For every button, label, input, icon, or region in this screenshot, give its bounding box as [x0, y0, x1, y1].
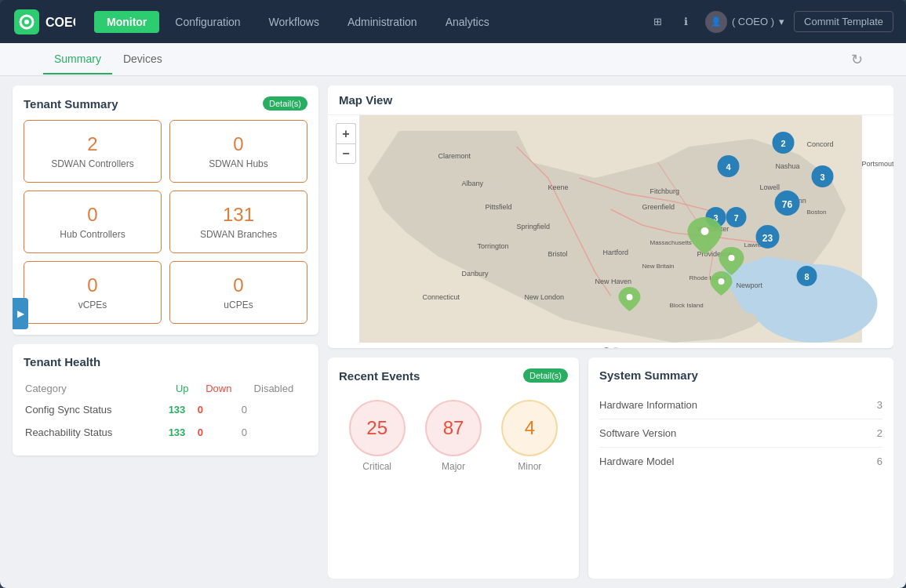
- nav-configuration[interactable]: Configuration: [162, 11, 253, 33]
- minor-value: 4: [525, 417, 535, 439]
- tab-summary[interactable]: Summary: [43, 45, 112, 74]
- major-label: Major: [442, 461, 465, 472]
- svg-text:Claremont: Claremont: [438, 152, 471, 160]
- sdwan-branches-label: SDWAN Branches: [200, 229, 277, 240]
- events-detail[interactable]: Detail(s): [523, 368, 568, 383]
- tenant-summary-header: Tenant Summary Detail(s): [24, 96, 307, 111]
- svg-text:Danbury: Danbury: [462, 270, 489, 278]
- sidebar-toggle[interactable]: ▶: [13, 298, 28, 329]
- svg-text:Boston: Boston: [807, 209, 827, 216]
- nav-workflows[interactable]: Workflows: [257, 11, 332, 33]
- map-svg: Franklin Claremont Concord Albany Nashua…: [328, 115, 893, 343]
- nav-analytics[interactable]: Analytics: [433, 11, 502, 33]
- info-icon[interactable]: ℹ: [677, 13, 696, 31]
- events-title: Recent Events: [339, 369, 420, 383]
- major-value: 87: [443, 417, 464, 439]
- system-summary-header: System Summary: [599, 368, 882, 382]
- subnav: Summary Devices ↻: [0, 43, 906, 76]
- sdwan-branches-value: 131: [223, 204, 254, 226]
- svg-text:Block Island: Block Island: [670, 302, 704, 309]
- svg-text:Nashua: Nashua: [776, 162, 800, 170]
- minor-label: Minor: [518, 461, 541, 472]
- pagination-dot-2[interactable]: [613, 347, 619, 348]
- grid-icon[interactable]: ⊞: [649, 13, 668, 31]
- hardware-model-count: 6: [877, 456, 882, 467]
- zoom-out-button[interactable]: −: [336, 143, 356, 164]
- svg-text:3: 3: [820, 172, 824, 182]
- refresh-button[interactable]: ↻: [851, 51, 863, 68]
- tenant-health-header: Tenant Health: [24, 355, 307, 368]
- sdwan-controllers-label: SDWAN Controllers: [51, 158, 134, 169]
- tenant-health-card: Tenant Health Category Up Down Disabled: [13, 344, 318, 456]
- software-version-count: 2: [877, 427, 882, 439]
- tenant-health-title: Tenant Health: [24, 355, 100, 368]
- svg-point-53: [719, 278, 725, 285]
- svg-text:New Britain: New Britain: [642, 263, 675, 270]
- critical-label: Critical: [362, 461, 391, 472]
- vcpes-metric: 0 vCPEs: [24, 261, 162, 324]
- sdwan-branches-metric: 131 SDWAN Branches: [169, 191, 307, 253]
- sdwan-hubs-value: 0: [233, 133, 243, 155]
- reachability-down: 0: [198, 422, 240, 443]
- hub-controllers-label: Hub Controllers: [60, 229, 125, 240]
- svg-text:Torrington: Torrington: [478, 242, 509, 250]
- map-area[interactable]: Franklin Claremont Concord Albany Nashua…: [328, 115, 893, 343]
- col-down: Down: [198, 379, 240, 397]
- bottom-row: Recent Events Detail(s) 25 Critical: [328, 358, 893, 579]
- hardware-info-label: Hardware Information: [599, 399, 697, 411]
- svg-text:Springfield: Springfield: [517, 223, 551, 230]
- tab-devices[interactable]: Devices: [112, 45, 173, 74]
- major-event: 87 Major: [425, 400, 482, 472]
- critical-event: 25 Critical: [349, 400, 406, 472]
- svg-text:Connecticut: Connecticut: [423, 293, 460, 301]
- sdwan-controllers-metric: 2 SDWAN Controllers: [24, 120, 162, 183]
- tenant-summary-title: Tenant Summary: [24, 97, 118, 111]
- svg-text:Portsmouth: Portsmouth: [862, 160, 894, 168]
- svg-text:Fitchburg: Fitchburg: [650, 187, 680, 195]
- events-header: Recent Events Detail(s): [339, 368, 568, 383]
- ucpes-value: 0: [233, 274, 243, 296]
- hardware-model-label: Hardware Model: [599, 456, 674, 467]
- tenant-summary-detail[interactable]: Detail(s): [263, 96, 307, 111]
- commit-template-button[interactable]: Commit Template: [794, 11, 893, 32]
- zoom-in-button[interactable]: +: [336, 123, 356, 143]
- nav-menu: Monitor Configuration Workflows Administ…: [94, 11, 649, 33]
- right-panel: Map View: [328, 85, 893, 579]
- system-row-software[interactable]: Software Version 2: [599, 419, 882, 448]
- avatar: 👤: [705, 11, 727, 33]
- reachability-label: Reachability Status: [25, 422, 167, 443]
- map-pagination: [328, 343, 893, 348]
- major-circle: 87: [425, 400, 482, 456]
- pagination-dot-1[interactable]: [603, 347, 609, 348]
- svg-point-2: [24, 20, 29, 24]
- map-title: Map View: [328, 85, 893, 115]
- svg-point-54: [627, 294, 633, 300]
- table-row: Config Sync Status 133 0 0: [25, 399, 306, 420]
- svg-text:2: 2: [780, 139, 785, 148]
- config-sync-up: 133: [169, 399, 196, 420]
- vcpes-value: 0: [87, 274, 97, 296]
- svg-text:Newport: Newport: [737, 281, 763, 289]
- health-table: Category Up Down Disabled Config Sync St…: [24, 378, 307, 445]
- system-row-model[interactable]: Hardware Model 6: [599, 448, 882, 475]
- topbar-right: ⊞ ℹ 👤 ( COEO ) ▾ Commit Template: [649, 11, 893, 33]
- svg-text:76: 76: [782, 199, 793, 210]
- events-circles: 25 Critical 87 Major 4: [339, 392, 568, 472]
- recent-events-card: Recent Events Detail(s) 25 Critical: [328, 358, 579, 579]
- app-frame: COEO Monitor Configuration Workflows Adm…: [0, 0, 906, 588]
- logo: COEO: [13, 8, 75, 36]
- svg-text:Massachusetts: Massachusetts: [650, 239, 692, 246]
- reachability-up: 133: [169, 422, 196, 443]
- svg-point-51: [701, 227, 709, 235]
- nav-monitor[interactable]: Monitor: [94, 11, 159, 33]
- svg-point-52: [729, 255, 735, 261]
- col-category: Category: [25, 379, 167, 397]
- svg-text:4: 4: [726, 162, 731, 172]
- user-menu[interactable]: 👤 ( COEO ) ▾: [705, 11, 784, 33]
- system-row-hardware[interactable]: Hardware Information 3: [599, 391, 882, 419]
- left-panel: Tenant Summary Detail(s) 2 SDWAN Control…: [13, 85, 318, 579]
- tenant-summary-card: Tenant Summary Detail(s) 2 SDWAN Control…: [13, 85, 318, 335]
- svg-text:Lowell: Lowell: [760, 183, 780, 191]
- minor-event: 4 Minor: [501, 400, 558, 472]
- nav-administration[interactable]: Administration: [335, 11, 430, 33]
